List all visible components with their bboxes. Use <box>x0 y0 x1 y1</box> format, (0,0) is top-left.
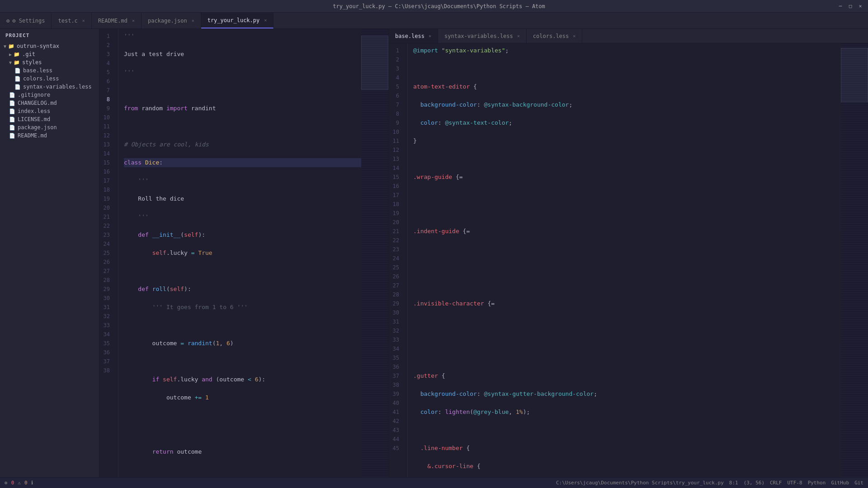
status-bar: ⊗ 0 ⚠ 0 ℹ C:\Users\jcaug\Documents\Pytho… <box>0 477 868 488</box>
status-left: ⊗ 0 ⚠ 0 ℹ <box>5 480 33 486</box>
sidebar: Project ▼ 📁 outrun-syntax ▶ 📁 .git ▼ 📁 s… <box>0 29 99 477</box>
tab-close-icon[interactable]: ✕ <box>573 33 576 38</box>
tab-readme[interactable]: README.md ✕ <box>92 13 142 28</box>
tab-bar: ⚙ ⚙ Settings test.c ✕ README.md ✕ packag… <box>0 13 868 29</box>
sidebar-item-base-less[interactable]: 📄 base.less <box>0 66 99 75</box>
tab-settings[interactable]: ⚙ ⚙ Settings <box>0 13 52 28</box>
sidebar-item-colors-less[interactable]: 📄 colors.less <box>0 75 99 83</box>
content-area: 1234 5678 9101112 13141516 17181920 2122… <box>99 29 868 477</box>
sidebar-item-styles[interactable]: ▼ 📁 styles <box>0 58 99 66</box>
file-icon: 📄 <box>14 84 21 90</box>
tab-close-icon[interactable]: ✕ <box>264 18 267 23</box>
status-language[interactable]: Python <box>808 480 826 486</box>
python-editor-panel: 1234 5678 9101112 13141516 17181920 2122… <box>99 29 389 477</box>
title-bar: try_your_luck.py — C:\Users\jcaug\Docume… <box>0 0 868 13</box>
tab-close-icon[interactable]: ✕ <box>429 33 431 38</box>
tab-close-icon[interactable]: ✕ <box>82 18 85 23</box>
main-layout: Project ▼ 📁 outrun-syntax ▶ 📁 .git ▼ 📁 s… <box>0 29 868 477</box>
file-icon: 📄 <box>9 133 15 139</box>
sidebar-item-package-json[interactable]: 📄 package.json <box>0 123 99 131</box>
sidebar-item-changelog[interactable]: 📄 CHANGELOG.md <box>0 99 99 107</box>
tab-package-json[interactable]: package.json ✕ <box>142 13 201 28</box>
sidebar-root-folder[interactable]: ▼ 📁 outrun-syntax <box>0 42 99 50</box>
sidebar-item-gitignore[interactable]: 📄 .gitignore <box>0 91 99 99</box>
file-icon: 📄 <box>14 76 21 82</box>
sub-tab-colors[interactable]: colors.less ✕ <box>527 29 583 43</box>
status-encoding[interactable]: UTF-8 <box>788 480 802 486</box>
sub-tab-syntax-variables[interactable]: syntax-variables.less ✕ <box>438 29 527 43</box>
python-line-numbers: 1234 5678 9101112 13141516 17181920 2122… <box>99 29 118 477</box>
status-info-icon: ℹ <box>31 480 33 486</box>
sidebar-item-readme[interactable]: 📄 README.md <box>0 131 99 140</box>
css-code-editor[interactable]: 1234 5678 9101112 13141516 17181920 2122… <box>389 43 868 477</box>
file-icon: 📄 <box>9 92 15 98</box>
file-icon: 📄 <box>9 125 15 131</box>
maximize-button[interactable]: □ <box>847 3 854 9</box>
tab-close-icon[interactable]: ✕ <box>132 18 135 23</box>
status-warnings-icon: ⚠ <box>18 480 21 486</box>
python-code-editor[interactable]: 1234 5678 9101112 13141516 17181920 2122… <box>99 29 388 477</box>
css-editor-panel: base.less ✕ syntax-variables.less ✕ colo… <box>389 29 868 477</box>
folder-arrow-icon: ▶ <box>9 52 12 57</box>
status-warning-count: 0 <box>24 480 28 486</box>
css-sub-tab-bar: base.less ✕ syntax-variables.less ✕ colo… <box>389 29 868 43</box>
tab-test-c[interactable]: test.c ✕ <box>52 13 91 28</box>
file-icon: 📄 <box>14 68 21 74</box>
status-filepath: C:\Users\jcaug\Documents\Python Scripts\… <box>556 480 724 486</box>
folder-icon: 📁 <box>14 52 20 57</box>
css-minimap <box>841 43 868 477</box>
sidebar-item-git[interactable]: ▶ 📁 .git <box>0 50 99 58</box>
status-github[interactable]: GitHub <box>831 480 849 486</box>
status-git-branch[interactable]: Git <box>854 480 863 486</box>
sidebar-item-syntax-variables[interactable]: 📄 syntax-variables.less <box>0 83 99 91</box>
sidebar-title: Project <box>0 29 99 42</box>
status-error-count: 0 <box>11 480 14 486</box>
file-icon: 📄 <box>9 108 15 114</box>
file-icon: 📄 <box>9 117 15 122</box>
python-minimap <box>361 29 388 477</box>
folder-icon: 📁 <box>14 60 20 66</box>
folder-arrow-icon: ▼ <box>4 44 6 49</box>
title-text: try_your_luck.py — C:\Users\jcaug\Docume… <box>41 3 837 9</box>
tab-try-your-luck[interactable]: try_your_luck.py ✕ <box>201 13 274 28</box>
status-line-ending[interactable]: CRLF <box>770 480 782 486</box>
sidebar-item-index-less[interactable]: 📄 index.less <box>0 107 99 115</box>
folder-arrow-icon: ▼ <box>9 60 12 65</box>
tab-close-icon[interactable]: ✕ <box>192 18 194 23</box>
status-cursor: (3, 56) <box>744 480 764 486</box>
settings-icon: ⚙ <box>6 18 9 24</box>
folder-icon: 📁 <box>8 43 14 49</box>
file-icon: 📄 <box>9 100 15 106</box>
status-errors-icon: ⊗ <box>5 480 8 486</box>
status-position[interactable]: 8:1 <box>729 480 738 486</box>
python-code-content[interactable]: ''' Just a test drive ''' from random im… <box>118 29 361 477</box>
sidebar-item-license[interactable]: 📄 LICENSE.md <box>0 115 99 123</box>
status-right: C:\Users\jcaug\Documents\Python Scripts\… <box>556 480 863 486</box>
window-controls: ─ □ ✕ <box>837 3 863 9</box>
close-button[interactable]: ✕ <box>857 3 863 9</box>
css-code-content[interactable]: @import "syntax-variables"; atom-text-ed… <box>408 43 841 477</box>
css-line-numbers: 1234 5678 9101112 13141516 17181920 2122… <box>389 43 408 477</box>
tab-close-icon[interactable]: ✕ <box>517 33 520 38</box>
minimize-button[interactable]: ─ <box>837 3 844 9</box>
sub-tab-base-less[interactable]: base.less ✕ <box>389 29 438 43</box>
